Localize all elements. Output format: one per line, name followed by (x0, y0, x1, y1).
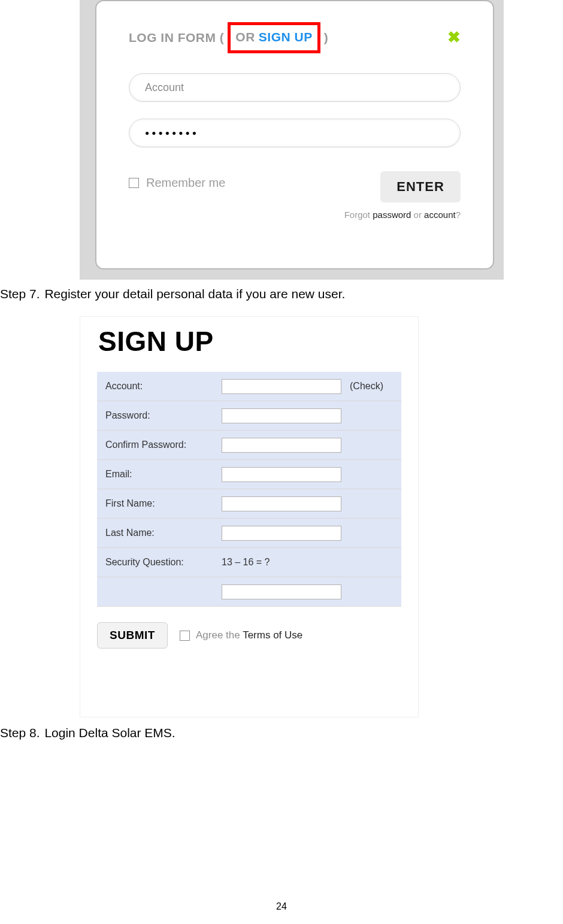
forgot-account-link[interactable]: account (424, 210, 456, 220)
login-title: LOG IN FORM ( OR SIGN UP ) (129, 22, 328, 53)
step7-line: Step 7. Register your detail personal da… (0, 286, 563, 302)
signup-input-confirm[interactable] (222, 438, 341, 453)
signup-row-confirm: Confirm Password: (97, 431, 401, 460)
agree-checkbox[interactable] (180, 631, 190, 641)
signup-row-email: Email: (97, 460, 401, 489)
step7-num: Step 7. (0, 287, 41, 301)
signup-input-email[interactable] (222, 467, 341, 482)
signup-label-email: Email: (105, 469, 222, 480)
step8-line: Step 8. Login Delta Solar EMS. (0, 725, 563, 741)
login-title-row: LOG IN FORM ( OR SIGN UP ) ✖ (129, 19, 461, 56)
submit-button[interactable]: SUBMIT (97, 622, 168, 649)
step7-text: Register your detail personal data if yo… (44, 287, 345, 301)
signup-row-password: Password: (97, 401, 401, 431)
close-icon[interactable]: ✖ (447, 31, 461, 44)
enter-button[interactable]: ENTER (380, 171, 461, 202)
login-title-pre: LOG IN FORM ( (129, 31, 228, 45)
login-title-post: ) (320, 31, 329, 45)
step8-num: Step 8. (0, 726, 41, 740)
agree-terms[interactable]: Agree the Terms of Use (180, 629, 302, 641)
signup-row-answer (97, 577, 401, 607)
password-input[interactable] (129, 119, 461, 147)
signup-label-secq: Security Question: (105, 557, 222, 568)
signup-input-last[interactable] (222, 526, 341, 541)
login-or-text: OR (235, 30, 259, 44)
signup-highlight: OR SIGN UP (228, 22, 320, 53)
signup-secq-value: 13 – 16 = ? (222, 557, 270, 568)
remember-label: Remember me (146, 176, 225, 190)
signup-row-first: First Name: (97, 489, 401, 519)
remember-checkbox[interactable] (129, 178, 139, 188)
login-dialog: LOG IN FORM ( OR SIGN UP ) ✖ Remember me… (95, 0, 494, 269)
account-input[interactable] (129, 73, 461, 102)
signup-submit-row: SUBMIT Agree the Terms of Use (97, 622, 401, 649)
signup-label-last: Last Name: (105, 528, 222, 538)
signup-label-first: First Name: (105, 498, 222, 509)
signup-label-password: Password: (105, 410, 222, 421)
signup-heading: SIGN UP (98, 325, 401, 358)
signup-panel: SIGN UP Account: (Check) Password: Confi… (80, 316, 419, 717)
login-dialog-backdrop: LOG IN FORM ( OR SIGN UP ) ✖ Remember me… (80, 0, 504, 280)
signup-input-first[interactable] (222, 496, 341, 511)
terms-link[interactable]: Terms of Use (243, 629, 302, 641)
signup-input-account[interactable] (222, 379, 341, 394)
page-number: 24 (0, 901, 563, 912)
signup-link[interactable]: SIGN UP (259, 30, 313, 44)
signup-check-link[interactable]: (Check) (341, 381, 383, 392)
step8-text: Login Delta Solar EMS. (44, 726, 175, 740)
signup-label-confirm: Confirm Password: (105, 440, 222, 450)
signup-input-answer[interactable] (222, 584, 341, 599)
signup-row-account: Account: (Check) (97, 372, 401, 401)
forgot-password-link[interactable]: password (373, 210, 411, 220)
remember-me[interactable]: Remember me (129, 176, 225, 190)
signup-input-password[interactable] (222, 408, 341, 423)
signup-row-last: Last Name: (97, 519, 401, 548)
login-bottom-row: Remember me ENTER Forgot password or acc… (129, 171, 461, 220)
signup-row-secq: Security Question: 13 – 16 = ? (97, 548, 401, 577)
forgot-line: Forgot password or account? (344, 210, 461, 220)
signup-label-account: Account: (105, 381, 222, 392)
